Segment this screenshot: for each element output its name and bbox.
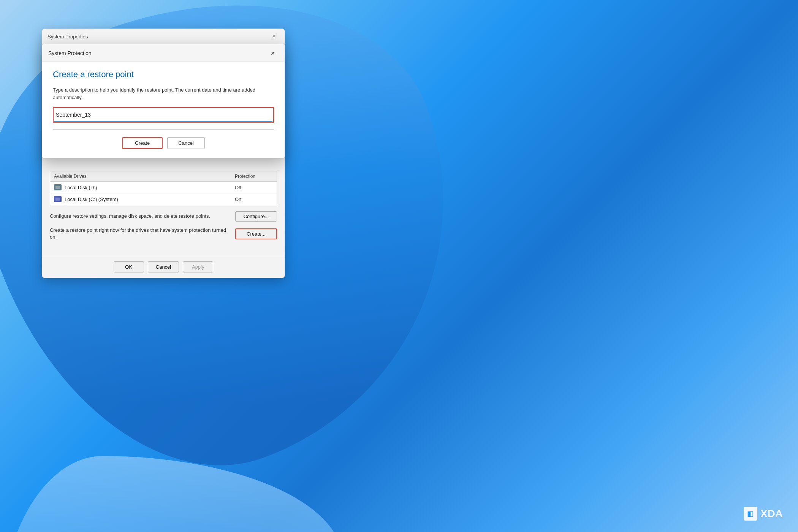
create-restore-section: Create a restore point right now for the… xyxy=(50,227,277,241)
ok-button[interactable]: OK xyxy=(114,261,144,272)
create-restore-description: Create a restore point right now for the… xyxy=(50,227,231,241)
drives-table: Available Drives Protection Local Disk (… xyxy=(50,171,277,205)
inner-dialog-footer: Create Cancel xyxy=(53,136,274,149)
drives-table-header: Available Drives Protection xyxy=(50,171,277,182)
create-restore-button[interactable]: Create... xyxy=(235,228,277,239)
configure-button[interactable]: Configure... xyxy=(235,211,277,222)
create-restore-point-heading: Create a restore point xyxy=(53,70,274,79)
xda-text: XDA xyxy=(760,508,783,520)
drive-d-protection: Off xyxy=(235,185,273,190)
col-protection-label: Protection xyxy=(235,174,273,179)
drive-d-icon xyxy=(54,184,62,190)
system-protection-close-button[interactable]: ✕ xyxy=(267,49,279,58)
xda-watermark: ◧ XDA xyxy=(744,507,783,521)
drive-row-c: Local Disk (C:) (System) On xyxy=(50,193,277,205)
system-protection-title: System Protection xyxy=(48,50,92,56)
xda-box-icon: ◧ xyxy=(744,507,757,521)
configure-section: Configure restore settings, manage disk … xyxy=(50,211,277,222)
titlebar-controls: ✕ xyxy=(269,33,279,40)
system-properties-body: Available Drives Protection Local Disk (… xyxy=(42,165,285,256)
inner-cancel-button[interactable]: Cancel xyxy=(167,137,204,149)
drive-c-icon xyxy=(54,196,62,202)
system-protection-titlebar: System Protection ✕ xyxy=(42,44,285,62)
restore-point-description: Type a description to help you identify … xyxy=(53,86,274,101)
restore-name-input-wrapper[interactable] xyxy=(53,107,274,123)
col-drives-label: Available Drives xyxy=(54,174,235,179)
restore-name-input[interactable] xyxy=(54,109,272,122)
apply-button[interactable]: Apply xyxy=(183,261,213,272)
configure-description: Configure restore settings, manage disk … xyxy=(50,213,231,220)
system-properties-close-button[interactable]: ✕ xyxy=(269,33,279,40)
drive-d-name: Local Disk (D:) xyxy=(65,185,235,190)
drive-c-name: Local Disk (C:) (System) xyxy=(65,196,235,202)
system-properties-footer: OK Cancel Apply xyxy=(42,256,285,278)
cancel-button[interactable]: Cancel xyxy=(148,261,179,272)
system-properties-title: System Properties xyxy=(48,34,88,40)
system-protection-body: Create a restore point Type a descriptio… xyxy=(42,62,285,158)
drive-row-d: Local Disk (D:) Off xyxy=(50,182,277,193)
system-protection-dialog: System Protection ✕ Create a restore poi… xyxy=(42,44,285,158)
system-properties-titlebar: System Properties ✕ xyxy=(42,29,285,43)
xda-box-letter: ◧ xyxy=(747,510,754,518)
drive-c-protection: On xyxy=(235,196,273,202)
dialog-separator xyxy=(53,129,274,130)
wave-decoration-2 xyxy=(0,456,342,532)
inner-create-button[interactable]: Create xyxy=(122,137,163,149)
